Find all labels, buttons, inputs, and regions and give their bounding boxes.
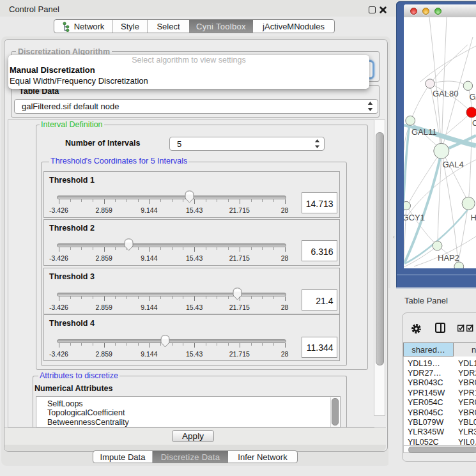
svg-text:C: C	[472, 118, 476, 128]
svg-text:GCY1: GCY1	[404, 213, 425, 222]
svg-text:GAL80: GAL80	[433, 89, 458, 98]
svg-text:H: H	[471, 213, 476, 222]
svg-text:GA: GA	[470, 92, 476, 102]
svg-text:HAP2: HAP2	[438, 253, 459, 263]
svg-text:GAL11: GAL11	[411, 127, 437, 137]
svg-text:GAL4: GAL4	[443, 160, 464, 169]
